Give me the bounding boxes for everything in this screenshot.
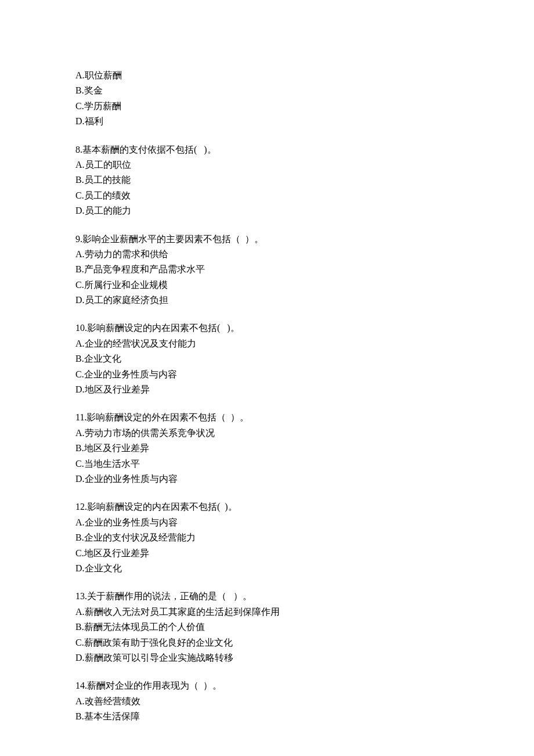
question-stem: 10.影响薪酬设定的内在因素不包括( )。: [75, 321, 459, 336]
option-a: A.薪酬收入无法对员工其家庭的生活起到保障作用: [75, 604, 459, 620]
question-9: 9.影响企业薪酬水平的主要因素不包括（ ）。 A.劳动力的需求和供给 B.产品竞…: [75, 232, 459, 308]
option-d: D.薪酬政策可以引导企业实施战略转移: [75, 650, 459, 665]
question-stem: 8.基本薪酬的支付依据不包括( )。: [75, 142, 459, 157]
question-12: 12.影响薪酬设定的内在因素不包括( )。 A.企业的业务性质与内容 B.企业的…: [75, 499, 459, 576]
question-stem: 11.影响薪酬设定的外在因素不包括（ ）。: [75, 410, 459, 425]
option-b: B.薪酬无法体现员工的个人价值: [75, 620, 459, 635]
option-c: C.学历薪酬: [75, 99, 459, 114]
option-b: B.员工的技能: [75, 172, 459, 188]
document-page: A.职位薪酬 B.奖金 C.学历薪酬 D.福利 8.基本薪酬的支付依据不包括( …: [0, 0, 534, 756]
question-stem: 13.关于薪酬作用的说法，正确的是（ ）。: [75, 589, 459, 604]
option-c: C.员工的绩效: [75, 188, 459, 203]
option-b: B.基本生活保障: [75, 709, 459, 724]
option-b: B.奖金: [75, 83, 459, 98]
question-8: 8.基本薪酬的支付依据不包括( )。 A.员工的职位 B.员工的技能 C.员工的…: [75, 142, 459, 219]
option-a: A.企业的经营状况及支付能力: [75, 336, 459, 351]
option-a: A.企业的业务性质与内容: [75, 515, 459, 530]
option-b: B.企业文化: [75, 351, 459, 366]
question-stem: 9.影响企业薪酬水平的主要因素不包括（ ）。: [75, 232, 459, 247]
option-d: D.福利: [75, 114, 459, 129]
option-d: D.员工的家庭经济负担: [75, 293, 459, 308]
option-b: B.企业的支付状况及经营能力: [75, 530, 459, 545]
option-c: C.当地生活水平: [75, 456, 459, 471]
option-b: B.地区及行业差异: [75, 441, 459, 456]
question-7-options: A.职位薪酬 B.奖金 C.学历薪酬 D.福利: [75, 68, 459, 129]
question-stem: 14.薪酬对企业的作用表现为（ ）。: [75, 678, 459, 693]
question-10: 10.影响薪酬设定的内在因素不包括( )。 A.企业的经营状况及支付能力 B.企…: [75, 321, 459, 397]
option-b: B.产品竞争程度和产品需求水平: [75, 262, 459, 277]
option-a: A.改善经营绩效: [75, 694, 459, 709]
option-d: D.企业的业务性质与内容: [75, 471, 459, 487]
option-a: A.员工的职位: [75, 157, 459, 172]
question-13: 13.关于薪酬作用的说法，正确的是（ ）。 A.薪酬收入无法对员工其家庭的生活起…: [75, 589, 459, 665]
option-c: C.地区及行业差异: [75, 546, 459, 561]
option-d: D.企业文化: [75, 561, 459, 576]
option-d: D.地区及行业差异: [75, 382, 459, 397]
question-stem: 12.影响薪酬设定的内在因素不包括( )。: [75, 499, 459, 514]
option-c: C.薪酬政策有助于强化良好的企业文化: [75, 635, 459, 650]
option-c: C.企业的业务性质与内容: [75, 367, 459, 382]
option-a: A.劳动力的需求和供给: [75, 247, 459, 262]
question-14: 14.薪酬对企业的作用表现为（ ）。 A.改善经营绩效 B.基本生活保障: [75, 678, 459, 724]
question-11: 11.影响薪酬设定的外在因素不包括（ ）。 A.劳动力市场的供需关系竞争状况 B…: [75, 410, 459, 487]
option-a: A.职位薪酬: [75, 68, 459, 83]
option-a: A.劳动力市场的供需关系竞争状况: [75, 426, 459, 441]
option-d: D.员工的能力: [75, 203, 459, 218]
option-c: C.所属行业和企业规模: [75, 278, 459, 293]
